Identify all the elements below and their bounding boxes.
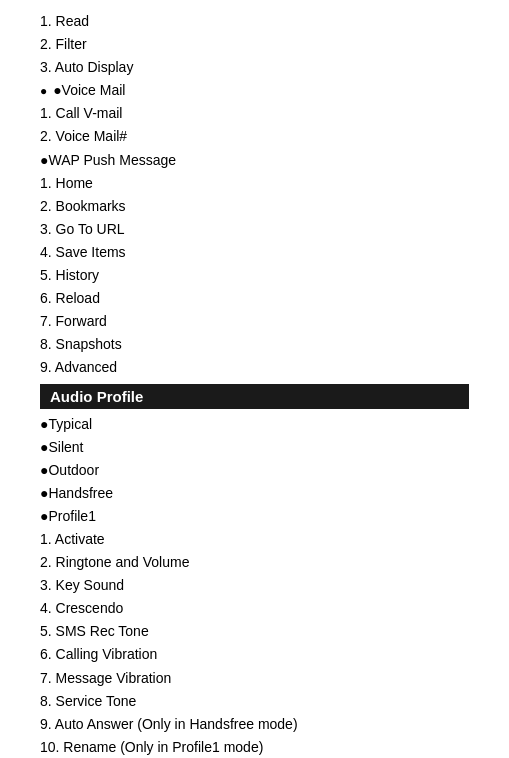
audio-item-5: 5. SMS Rec Tone bbox=[40, 620, 469, 643]
list-item-1: 1. Read bbox=[40, 10, 469, 33]
bullet-outdoor: ●Outdoor bbox=[40, 459, 469, 482]
wap-item-7: 7. Forward bbox=[40, 310, 469, 333]
wap-item-3: 3. Go To URL bbox=[40, 218, 469, 241]
bullet-typical: ●Typical bbox=[40, 413, 469, 436]
voice-mail-label: ●Voice Mail bbox=[53, 82, 125, 98]
audio-item-7: 7. Message Vibration bbox=[40, 667, 469, 690]
wap-item-6: 6. Reload bbox=[40, 287, 469, 310]
audio-item-10: 10. Rename (Only in Profile1 mode) bbox=[40, 736, 469, 758]
bullet-silent: ●Silent bbox=[40, 436, 469, 459]
wap-item-1: 1. Home bbox=[40, 172, 469, 195]
audio-item-9: 9. Auto Answer (Only in Handsfree mode) bbox=[40, 713, 469, 736]
audio-profile-header: Audio Profile bbox=[40, 384, 469, 409]
voice-mail-header: ●Voice Mail bbox=[40, 79, 469, 102]
wap-push-header: ●WAP Push Message bbox=[40, 149, 469, 172]
wap-item-2: 2. Bookmarks bbox=[40, 195, 469, 218]
wap-item-9: 9. Advanced bbox=[40, 356, 469, 379]
list-item-3: 3. Auto Display bbox=[40, 56, 469, 79]
list-item-2: 2. Filter bbox=[40, 33, 469, 56]
audio-item-4: 4. Crescendo bbox=[40, 597, 469, 620]
bullet-profile1: ●Profile1 bbox=[40, 505, 469, 528]
wap-item-8: 8. Snapshots bbox=[40, 333, 469, 356]
voice-mail-hash: 2. Voice Mail# bbox=[40, 125, 469, 148]
audio-item-1: 1. Activate bbox=[40, 528, 469, 551]
bullet-handsfree: ●Handsfree bbox=[40, 482, 469, 505]
page: 1. Read 2. Filter 3. Auto Display ●Voice… bbox=[0, 0, 509, 758]
audio-item-3: 3. Key Sound bbox=[40, 574, 469, 597]
wap-item-5: 5. History bbox=[40, 264, 469, 287]
wap-item-4: 4. Save Items bbox=[40, 241, 469, 264]
audio-item-8: 8. Service Tone bbox=[40, 690, 469, 713]
audio-item-2: 2. Ringtone and Volume bbox=[40, 551, 469, 574]
call-vmail: 1. Call V-mail bbox=[40, 102, 469, 125]
audio-item-6: 6. Calling Vibration bbox=[40, 643, 469, 666]
content-area: 1. Read 2. Filter 3. Auto Display ●Voice… bbox=[0, 10, 509, 758]
